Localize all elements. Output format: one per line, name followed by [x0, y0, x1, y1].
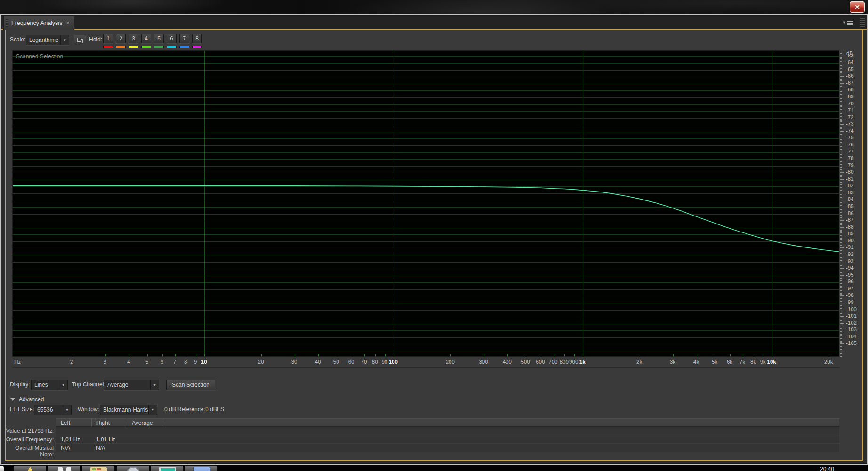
freq-tick-label: 2: [61, 359, 82, 365]
hold-button-5[interactable]: 5: [154, 34, 164, 43]
table-cell: 1,01 Hz: [56, 436, 91, 443]
db-ruler-tick: [840, 308, 842, 309]
app-window: Frequency Analysis × ▼ Scale: Logarithmi…: [0, 14, 868, 465]
display-dropdown[interactable]: Lines ▼: [31, 380, 68, 390]
taskbar-app-app-m[interactable]: [48, 465, 80, 471]
start-button-edge[interactable]: [0, 466, 4, 471]
db-scale-ruler[interactable]: dB -63-64-65-66-67-68-69-70-71-72-73-74-…: [840, 50, 863, 357]
db-ruler-tick: [840, 128, 842, 129]
hold-button-3[interactable]: 3: [129, 34, 138, 43]
taskbar-app-app-triangle[interactable]: [13, 465, 46, 471]
hold-button-6[interactable]: 6: [167, 34, 177, 43]
panel-grip-icon[interactable]: [860, 17, 865, 28]
window-value: Blackmann-Harris: [100, 407, 148, 413]
scale-dropdown[interactable]: Logarithmic ▼: [26, 35, 69, 45]
db-ruler-tick: [840, 289, 844, 289]
db-ruler-tick: [840, 97, 844, 97]
hold-button-1[interactable]: 1: [103, 34, 113, 43]
db-ruler-tick: [840, 63, 844, 63]
db-ruler-tick: [840, 160, 842, 160]
db-tick-label: -95: [846, 272, 862, 278]
db-ruler-tick: [840, 184, 842, 184]
db-ruler-tick: [840, 159, 844, 159]
window-dropdown[interactable]: Blackmann-Harris ▼: [100, 405, 157, 415]
frequency-axis[interactable]: Hz 2345678910203040506070809010020030040…: [12, 357, 839, 368]
freq-tick-label: 3k: [662, 359, 683, 365]
db-ruler-tick: [840, 67, 842, 67]
db-ruler-tick: [840, 238, 842, 239]
db-ruler-tick: [840, 247, 844, 248]
reference-label: 0 dB Reference:: [164, 406, 205, 413]
db-tick-label: -73: [846, 121, 862, 127]
hold-button-7[interactable]: 7: [179, 34, 189, 43]
taskbar-app-disc[interactable]: [116, 465, 149, 471]
scan-selection-button[interactable]: Scan Selection: [166, 380, 215, 390]
db-ruler-tick: [840, 216, 842, 216]
snapshot-button[interactable]: [74, 35, 86, 45]
top-channel-dropdown[interactable]: Average ▼: [104, 380, 159, 390]
db-ruler-tick: [840, 234, 844, 234]
taskbar-app-monitor-teal[interactable]: [151, 465, 184, 471]
db-ruler-tick: [840, 181, 842, 181]
db-tick-label: -83: [846, 190, 862, 195]
column-header-left: Left: [56, 419, 91, 426]
freq-tick-label: 300: [473, 359, 494, 365]
chevron-down-icon: ▼: [59, 380, 67, 390]
db-ruler-tick: [840, 197, 842, 198]
db-ruler-tick: [840, 144, 842, 144]
panel-menu-icon[interactable]: ▼: [842, 19, 853, 26]
fft-size-dropdown[interactable]: 65536 ▼: [34, 405, 72, 415]
db-ruler-tick: [840, 101, 842, 102]
db-ruler-tick: [840, 307, 842, 307]
db-ruler-tick: [840, 220, 844, 221]
hold-button-8[interactable]: 8: [192, 34, 202, 43]
window-close-button[interactable]: ✕: [850, 1, 865, 13]
db-tick-label: -102: [846, 320, 862, 326]
db-ruler-tick: [840, 348, 842, 348]
db-tick-label: -94: [846, 265, 862, 271]
tab-close-icon[interactable]: ×: [66, 20, 69, 26]
frequency-plot[interactable]: Scanned Selection: [12, 50, 839, 357]
db-ruler-tick: [840, 153, 842, 153]
db-ruler-tick: [840, 192, 842, 192]
db-tick-label: -63: [846, 53, 862, 58]
column-header-average: Average: [127, 419, 162, 426]
hold-button-4[interactable]: 4: [141, 34, 151, 43]
db-tick-label: -89: [846, 231, 862, 236]
taskbar-clock[interactable]: 20:40: [820, 466, 834, 471]
db-tick-label: -77: [846, 149, 862, 154]
freq-tick-label: 200: [440, 359, 460, 365]
hold-button-2[interactable]: 2: [116, 34, 126, 43]
db-ruler-tick: [840, 55, 842, 55]
db-ruler-tick: [840, 121, 842, 122]
db-ruler-tick: [840, 53, 842, 54]
db-tick-label: -85: [846, 203, 862, 209]
db-ruler-tick: [840, 100, 842, 100]
db-ruler-tick: [840, 127, 842, 128]
db-ruler-tick: [840, 157, 842, 158]
tab-frequency-analysis[interactable]: Frequency Analysis ×: [3, 16, 74, 30]
taskbar-app-folder[interactable]: [82, 465, 115, 471]
db-ruler-tick: [840, 342, 842, 343]
db-ruler-tick: [840, 318, 842, 318]
db-tick-label: -93: [846, 258, 862, 264]
db-ruler-tick: [840, 239, 842, 240]
frequency-unit-label: Hz: [14, 359, 21, 365]
reference-value[interactable]: 0: [205, 406, 209, 413]
db-ruler-tick: [840, 136, 842, 136]
db-tick-label: -87: [846, 217, 862, 223]
advanced-section-header[interactable]: Advanced: [6, 396, 862, 403]
db-ruler-tick: [840, 277, 842, 277]
db-ruler-tick: [840, 282, 844, 282]
db-ruler-tick: [840, 325, 842, 325]
display-controls-row: Display: Lines ▼ Top Channel: Average ▼ …: [6, 379, 862, 391]
db-ruler-tick: [840, 196, 842, 196]
taskbar-app-window-blue[interactable]: [185, 465, 218, 471]
db-ruler-tick: [840, 356, 842, 357]
db-ruler-tick: [840, 105, 842, 106]
db-ruler-tick: [840, 353, 842, 354]
db-ruler-tick: [840, 123, 842, 123]
db-ruler-tick: [840, 219, 842, 219]
db-tick-label: -86: [846, 210, 862, 216]
db-ruler-tick: [840, 82, 842, 82]
